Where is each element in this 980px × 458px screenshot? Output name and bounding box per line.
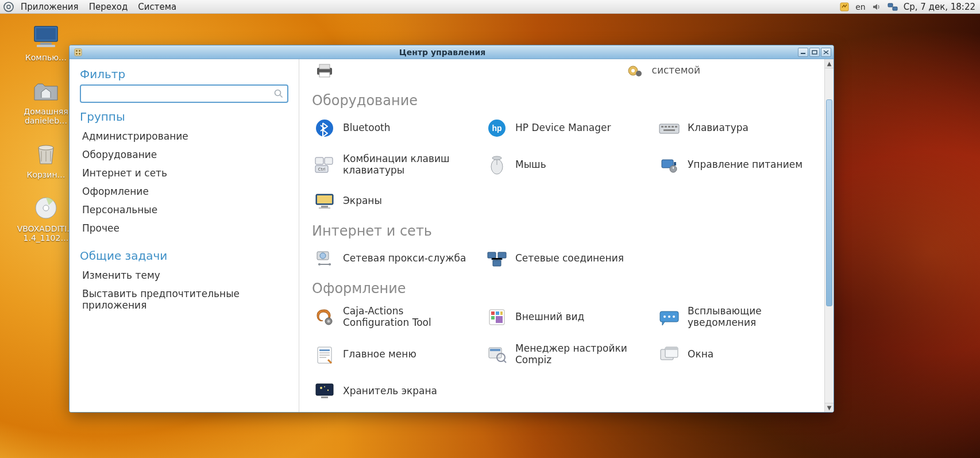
settings-entry[interactable]: hpHP Device Manager (484, 117, 643, 140)
entry-label: Bluetooth (343, 122, 391, 134)
settings-entry[interactable]: Клавиатура (657, 117, 815, 140)
window-titlebar[interactable]: Центр управления (70, 45, 834, 59)
vertical-scrollbar[interactable]: ▲ ▼ (824, 59, 834, 412)
close-button[interactable] (821, 48, 831, 57)
entry-label: Экраны (343, 195, 382, 207)
sidebar: Фильтр Группы Администрирование Оборудов… (70, 59, 299, 412)
settings-entry[interactable]: Bluetooth (312, 117, 470, 140)
task-list: Изменить тему Выставить предпочтительные… (80, 266, 288, 314)
entry-label: Хранитель экрана (343, 386, 437, 397)
control-center-window: Центр управления Фильтр Группы (69, 45, 834, 413)
window-title: Центр управления (87, 48, 798, 57)
search-input[interactable] (80, 84, 288, 103)
printer-icon (314, 60, 335, 81)
menu-system[interactable]: Система (138, 2, 176, 12)
svg-rect-83 (321, 397, 328, 398)
cutoff-entry[interactable]: системой (622, 59, 815, 82)
svg-point-51 (318, 263, 321, 265)
settings-entry[interactable]: Хранитель экрана (312, 379, 470, 402)
settings-entry[interactable]: Менеджер настройки Compiz (484, 342, 643, 367)
entry-label: Клавиатура (688, 122, 748, 134)
svg-rect-31 (665, 126, 667, 128)
network-icon (487, 248, 507, 269)
entry-label: Мышь (515, 159, 546, 171)
group-item[interactable]: Прочее (80, 219, 288, 237)
svg-point-80 (320, 387, 322, 389)
settings-entry[interactable]: CtrlКомбинации клавиш клавиатуры (312, 152, 470, 177)
keyboard-layout[interactable]: en (855, 2, 866, 11)
bluetooth-icon (314, 118, 335, 138)
group-list: Администрирование Оборудование Интернет … (80, 127, 288, 237)
cd-icon (30, 194, 62, 222)
filter-heading: Фильтр (80, 67, 288, 81)
display-icon (314, 191, 335, 211)
search-icon (273, 88, 284, 99)
scroll-down-icon[interactable]: ▼ (825, 403, 834, 412)
updates-icon[interactable] (839, 2, 850, 12)
settings-entry[interactable]: Главное меню (312, 342, 470, 367)
svg-point-9 (38, 145, 53, 150)
settings-entry[interactable]: Экраны (312, 190, 470, 213)
scrollbar-thumb[interactable] (826, 99, 832, 306)
svg-rect-22 (319, 72, 330, 77)
entry-label: Главное меню (343, 349, 416, 360)
section-heading: Оборудование (312, 93, 815, 109)
svg-rect-78 (665, 347, 678, 350)
svg-rect-70 (319, 352, 330, 353)
settings-entry[interactable]: Внешний вид (484, 305, 643, 329)
group-item[interactable]: Оборудование (80, 145, 288, 164)
task-item[interactable]: Изменить тему (80, 266, 288, 284)
settings-entry[interactable]: Управление питанием (657, 152, 815, 177)
svg-rect-59 (491, 311, 495, 315)
desktop-icon-label: VBOXADDITI… 1.4_1102… (17, 224, 75, 243)
settings-entry[interactable]: Мышь (484, 152, 643, 177)
svg-rect-43 (674, 162, 676, 166)
svg-rect-61 (500, 311, 503, 315)
settings-entry[interactable]: Всплывающие уведомления (657, 305, 815, 329)
menu-places[interactable]: Переход (89, 2, 128, 12)
network-icon[interactable] (888, 2, 898, 12)
notify-icon (659, 307, 680, 328)
svg-point-65 (663, 315, 666, 318)
cutoff-label: системой (652, 65, 700, 76)
svg-rect-8 (37, 45, 55, 47)
menu-applications[interactable]: Приложения (21, 2, 79, 12)
group-item[interactable]: Администрирование (80, 127, 288, 145)
group-item[interactable]: Интернет и сеть (80, 164, 288, 182)
group-item[interactable]: Персональные (80, 201, 288, 219)
svg-point-67 (673, 315, 675, 318)
task-item[interactable]: Выставить предпочтительные приложения (80, 284, 288, 314)
tasks-heading: Общие задачи (80, 249, 288, 263)
volume-icon[interactable] (871, 2, 882, 12)
settings-entry[interactable]: Окна (657, 342, 815, 367)
minimize-button[interactable] (798, 48, 808, 57)
entry-label: HP Device Manager (515, 122, 611, 134)
svg-rect-3 (888, 3, 893, 7)
entry-label: Caja-Actions Configuration Tool (343, 306, 468, 328)
svg-point-81 (327, 390, 329, 391)
cutoff-entry[interactable] (312, 59, 337, 82)
panel-menus: Приложения Переход Система (21, 2, 176, 12)
entry-label: Сетевая прокси-служба (343, 253, 466, 264)
settings-entry[interactable]: Сетевые соединения (484, 247, 643, 270)
appearance-icon (487, 307, 507, 328)
entry-label: Всплывающие уведомления (688, 306, 813, 328)
svg-point-57 (327, 320, 330, 322)
svg-point-25 (636, 71, 642, 76)
top-panel: Приложения Переход Система en Ср, 7 дек,… (0, 0, 980, 14)
distro-logo-icon[interactable] (2, 1, 15, 13)
clock[interactable]: Ср, 7 дек, 18:22 (904, 2, 975, 12)
svg-point-82 (324, 386, 325, 387)
svg-rect-55 (493, 260, 501, 266)
scroll-up-icon[interactable]: ▲ (825, 59, 834, 68)
svg-rect-37 (325, 157, 333, 164)
settings-entry[interactable]: Caja-Actions Configuration Tool (312, 305, 470, 329)
settings-entry[interactable]: Сетевая прокси-служба (312, 247, 470, 270)
screensaver-icon (314, 380, 335, 401)
svg-rect-72 (319, 357, 326, 358)
svg-rect-79 (316, 384, 333, 395)
group-item[interactable]: Оформление (80, 182, 288, 201)
section-grid: BluetoothhpHP Device ManagerКлавиатураCt… (312, 117, 815, 213)
maximize-button[interactable] (809, 48, 820, 57)
computer-icon (30, 23, 62, 51)
